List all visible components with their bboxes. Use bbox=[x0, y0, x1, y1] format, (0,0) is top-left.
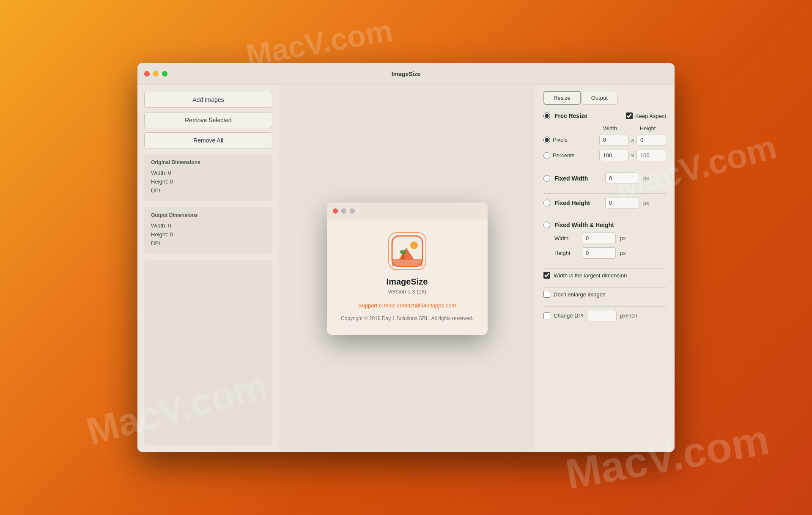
fixed-height-input[interactable] bbox=[605, 197, 639, 208]
keep-aspect-label: Keep Aspect bbox=[635, 113, 666, 119]
x-separator-percents: x bbox=[631, 152, 634, 159]
about-email[interactable]: Support e-mail: contact@64bitapps.com bbox=[358, 302, 456, 309]
fixed-height-unit: px bbox=[643, 200, 649, 206]
about-app-name: ImageSize bbox=[387, 277, 428, 287]
dpi-input[interactable] bbox=[587, 310, 617, 321]
original-dimensions-title: Original Dimensions bbox=[151, 159, 266, 165]
tab-resize[interactable]: Resize bbox=[543, 91, 581, 105]
titlebar: ImageSize bbox=[137, 63, 675, 85]
divider-3 bbox=[543, 218, 666, 218]
svg-point-5 bbox=[400, 250, 406, 254]
fwh-width-row: Width px bbox=[554, 233, 666, 244]
fixed-width-row: Fixed Width px bbox=[543, 173, 666, 184]
sidebar: Add Images Remove Selected Remove All Or… bbox=[137, 85, 279, 452]
fixed-height-radio[interactable] bbox=[543, 200, 550, 206]
about-minimize-button bbox=[341, 208, 346, 214]
fwh-height-input[interactable] bbox=[582, 247, 616, 259]
fwh-height-label: Height bbox=[554, 250, 578, 256]
change-dpi-checkbox[interactable] bbox=[543, 312, 550, 319]
fixed-height-label: Fixed Height bbox=[554, 200, 601, 206]
remove-selected-button[interactable]: Remove Selected bbox=[144, 112, 272, 128]
fixed-width-unit: px bbox=[643, 175, 649, 181]
about-close-button[interactable] bbox=[333, 208, 338, 214]
keep-aspect-row: Keep Aspect bbox=[626, 112, 666, 119]
fixed-height-row: Fixed Height px bbox=[543, 197, 666, 208]
fwh-height-row: Height px bbox=[554, 247, 666, 259]
width-largest-row: Width is the largest dimension bbox=[543, 272, 666, 279]
right-panel: Resize Output Free Resize Keep Aspect Wi… bbox=[535, 85, 675, 452]
dont-enlarge-checkbox[interactable] bbox=[543, 291, 550, 298]
percents-height-input[interactable] bbox=[636, 150, 666, 161]
output-dimensions-panel: Output Dimensions Width: 0 Height: 0 DPI… bbox=[144, 207, 272, 254]
output-height: Height: 0 bbox=[151, 231, 266, 238]
main-content: Add Images Remove Selected Remove All Or… bbox=[137, 85, 675, 452]
svg-rect-3 bbox=[392, 259, 422, 266]
x-separator-pixels: x bbox=[631, 137, 634, 143]
change-dpi-label: Change DPI bbox=[554, 312, 584, 319]
about-dialog: ImageSize Version 1.3 (18) Support e-mai… bbox=[327, 203, 488, 335]
original-dpi: DPI: bbox=[151, 187, 266, 194]
svg-point-1 bbox=[410, 241, 418, 249]
fwh-title-row: Fixed Width & Height bbox=[543, 222, 666, 228]
fwh-width-label: Width bbox=[554, 235, 578, 241]
tabs: Resize Output bbox=[543, 91, 666, 105]
divider-5 bbox=[543, 287, 666, 288]
free-resize-row: Free Resize Keep Aspect bbox=[543, 112, 666, 119]
close-button[interactable] bbox=[144, 71, 150, 77]
add-images-button[interactable]: Add Images bbox=[144, 92, 272, 108]
about-titlebar bbox=[327, 203, 488, 219]
original-dimensions-panel: Original Dimensions Width: 0 Height: 0 D… bbox=[144, 154, 272, 201]
fwh-width-unit: px bbox=[620, 235, 626, 241]
pixels-label: Pixels bbox=[553, 137, 597, 143]
preview-panel bbox=[144, 260, 272, 445]
percents-radio[interactable] bbox=[543, 152, 550, 159]
fixed-wh-section: Fixed Width & Height Width px Height px bbox=[543, 222, 666, 259]
fixed-wh-radio[interactable] bbox=[543, 222, 550, 228]
remove-all-button[interactable]: Remove All bbox=[144, 132, 272, 148]
pixels-row: Pixels x bbox=[543, 134, 666, 145]
original-height: Height: 0 bbox=[151, 178, 266, 185]
center-area: ImageSize Version 1.3 (18) Support e-mai… bbox=[279, 85, 535, 452]
wh-header: Width Height bbox=[543, 125, 666, 131]
output-dpi: DPI: bbox=[151, 240, 266, 247]
fixed-wh-label: Fixed Width & Height bbox=[554, 222, 614, 228]
dont-enlarge-label: Don't enlarge images bbox=[554, 291, 605, 298]
free-resize-label: Free Resize bbox=[554, 112, 587, 119]
fixed-width-input[interactable] bbox=[605, 173, 639, 184]
height-header: Height bbox=[632, 125, 664, 131]
pixels-width-input[interactable] bbox=[599, 134, 629, 145]
about-version: Version 1.3 (18) bbox=[388, 288, 427, 295]
about-maximize-button bbox=[350, 208, 355, 214]
change-dpi-row: Change DPI px/inch bbox=[543, 310, 666, 321]
output-width: Width: 0 bbox=[151, 222, 266, 229]
width-largest-checkbox[interactable] bbox=[543, 272, 550, 279]
app-icon bbox=[388, 232, 426, 270]
dpi-unit: px/inch bbox=[620, 312, 637, 319]
percents-label: Percents bbox=[553, 152, 597, 159]
original-width: Width: 0 bbox=[151, 170, 266, 176]
output-dimensions-title: Output Dimensions bbox=[151, 212, 266, 218]
divider-1 bbox=[543, 169, 666, 169]
fwh-height-unit: px bbox=[620, 250, 626, 256]
fwh-width-input[interactable] bbox=[582, 233, 616, 244]
maximize-button[interactable] bbox=[162, 71, 167, 77]
about-copyright: Copyright © 2019 Day 1 Solutions SRL. Al… bbox=[341, 315, 473, 322]
app-icon-svg bbox=[390, 234, 424, 268]
fixed-width-radio[interactable] bbox=[543, 175, 550, 182]
keep-aspect-checkbox[interactable] bbox=[626, 112, 633, 119]
divider-6 bbox=[543, 306, 666, 307]
about-body: ImageSize Version 1.3 (18) Support e-mai… bbox=[327, 219, 488, 335]
width-header: Width bbox=[594, 125, 626, 131]
pixels-height-input[interactable] bbox=[636, 134, 666, 145]
fwh-fields: Width px Height px bbox=[543, 233, 666, 259]
percents-row: Percents x bbox=[543, 150, 666, 161]
minimize-button[interactable] bbox=[153, 71, 159, 77]
tab-output[interactable]: Output bbox=[582, 91, 617, 105]
dont-enlarge-row: Don't enlarge images bbox=[543, 291, 666, 298]
free-resize-radio[interactable] bbox=[543, 112, 550, 119]
divider-2 bbox=[543, 193, 666, 194]
pixels-radio[interactable] bbox=[543, 137, 550, 143]
traffic-lights bbox=[144, 71, 167, 77]
percents-width-input[interactable] bbox=[599, 150, 629, 161]
main-window: ImageSize Add Images Remove Selected Rem… bbox=[137, 63, 675, 452]
